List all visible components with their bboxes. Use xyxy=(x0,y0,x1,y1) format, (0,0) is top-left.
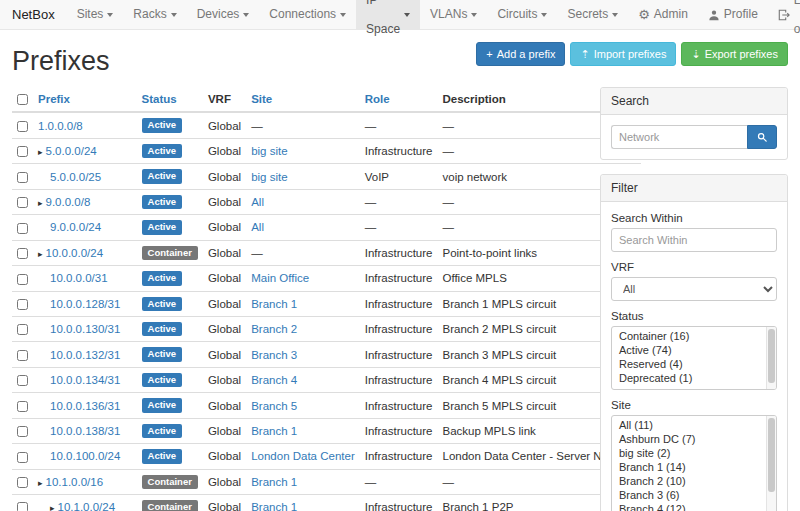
prefix-link[interactable]: 10.0.100.0/24 xyxy=(50,450,120,462)
site-link[interactable]: Branch 1 xyxy=(251,425,297,437)
prefix-link[interactable]: 10.1.0.0/24 xyxy=(58,501,116,511)
vrf-cell: Global xyxy=(203,495,246,511)
column-header-role[interactable]: Role xyxy=(360,87,438,112)
row-checkbox[interactable] xyxy=(17,299,28,310)
site-link[interactable]: Branch 5 xyxy=(251,400,297,412)
prefix-link[interactable]: 10.0.0.0/24 xyxy=(46,247,104,259)
add-prefix-button[interactable]: + Add a prefix xyxy=(476,42,565,66)
empty-dash: — xyxy=(251,247,263,259)
site-link[interactable]: London Data Center xyxy=(251,450,355,462)
row-checkbox[interactable] xyxy=(17,146,28,157)
prefix-link[interactable]: 10.0.0.128/31 xyxy=(50,298,120,310)
row-checkbox[interactable] xyxy=(17,502,28,511)
prefix-link[interactable]: 10.0.0.132/31 xyxy=(50,349,120,361)
nav-right: ⚙AdminProfileLog out xyxy=(628,0,800,29)
nav-item-vlans[interactable]: VLANs xyxy=(420,0,487,29)
filter-option[interactable]: Deprecated (1) xyxy=(612,371,764,385)
site-link[interactable]: Branch 4 xyxy=(251,374,297,386)
row-checkbox[interactable] xyxy=(17,248,28,259)
nav-item-profile[interactable]: Profile xyxy=(698,0,768,29)
row-checkbox[interactable] xyxy=(17,121,28,132)
prefix-link[interactable]: 10.0.0.136/31 xyxy=(50,400,120,412)
filter-option[interactable]: Container (16) xyxy=(612,329,764,343)
column-header-status[interactable]: Status xyxy=(137,87,203,112)
filter-option[interactable]: Reserved (4) xyxy=(612,357,764,371)
import-prefixes-button[interactable]: ⇡ Import prefixes xyxy=(570,42,676,66)
nav-item-ip-space[interactable]: IP Space xyxy=(356,0,420,29)
row-checkbox[interactable] xyxy=(17,401,28,412)
site-link[interactable]: Branch 1 xyxy=(251,501,297,511)
nav-item-racks[interactable]: Racks xyxy=(123,0,186,29)
vrf-cell: Global xyxy=(203,393,246,418)
nav-item-log-out[interactable]: Log out xyxy=(768,0,800,29)
filter-option[interactable]: Active (74) xyxy=(612,343,764,357)
scrollbar[interactable] xyxy=(766,416,776,511)
column-header-site[interactable]: Site xyxy=(246,87,360,112)
nav-item-admin[interactable]: ⚙Admin xyxy=(628,0,698,29)
row-checkbox[interactable] xyxy=(17,274,28,285)
nav-item-label: Circuits xyxy=(497,0,537,29)
filter-option[interactable]: All (11) xyxy=(612,418,764,432)
site-link[interactable]: big site xyxy=(251,145,287,157)
filter-option[interactable]: Branch 4 (12) xyxy=(612,502,764,511)
status-badge: Container xyxy=(142,475,198,489)
row-checkbox[interactable] xyxy=(17,452,28,463)
site-link[interactable]: big site xyxy=(251,171,287,183)
search-button[interactable] xyxy=(747,125,777,149)
prefix-link[interactable]: 9.0.0.0/8 xyxy=(46,196,91,208)
prefix-link[interactable]: 10.0.0.130/31 xyxy=(50,323,120,335)
prefix-link[interactable]: 10.0.0.134/31 xyxy=(50,374,120,386)
site-listbox[interactable]: All (11)Ashburn DC (7)big site (2)Branch… xyxy=(611,415,777,511)
nav-item-devices[interactable]: Devices xyxy=(187,0,260,29)
role-cell: Infrastructure xyxy=(360,266,438,291)
prefix-link[interactable]: 1.0.0.0/8 xyxy=(38,120,83,132)
prefix-link[interactable]: 10.0.0.138/31 xyxy=(50,425,120,437)
prefix-link[interactable]: 9.0.0.0/24 xyxy=(50,221,101,233)
row-checkbox[interactable] xyxy=(17,197,28,208)
nav-item-secrets[interactable]: Secrets xyxy=(557,0,628,29)
row-checkbox[interactable] xyxy=(17,426,28,437)
row-checkbox[interactable] xyxy=(17,350,28,361)
status-listbox[interactable]: Container (16)Active (74)Reserved (4)Dep… xyxy=(611,326,777,390)
vrf-select[interactable]: All xyxy=(611,277,777,301)
row-checkbox[interactable] xyxy=(17,223,28,234)
site-link[interactable]: Branch 1 xyxy=(251,298,297,310)
site-link[interactable]: Branch 2 xyxy=(251,323,297,335)
nav-item-label: IP Space xyxy=(366,0,400,44)
site-link[interactable]: All xyxy=(251,221,264,233)
filter-option[interactable]: Branch 1 (14) xyxy=(612,460,764,474)
nav-item-sites[interactable]: Sites xyxy=(67,0,124,29)
search-within-input[interactable] xyxy=(611,228,777,252)
site-link[interactable]: Branch 3 xyxy=(251,349,297,361)
site-link[interactable]: Main Office xyxy=(251,272,309,284)
nav-item-connections[interactable]: Connections xyxy=(259,0,356,29)
search-panel-title: Search xyxy=(601,88,787,115)
prefix-link[interactable]: 10.1.0.0/16 xyxy=(46,476,104,488)
nav-item-circuits[interactable]: Circuits xyxy=(487,0,557,29)
select-all-checkbox[interactable] xyxy=(17,94,28,105)
prefix-cell: 10.0.0.136/31 xyxy=(33,393,137,418)
export-prefixes-button[interactable]: ⇣ Export prefixes xyxy=(681,42,788,66)
scrollbar[interactable] xyxy=(766,327,776,389)
row-checkbox[interactable] xyxy=(17,477,28,488)
search-icon xyxy=(757,132,767,142)
site-link[interactable]: Branch 1 xyxy=(251,476,297,488)
search-input[interactable] xyxy=(611,125,747,149)
prefix-link[interactable]: 5.0.0.0/24 xyxy=(46,145,97,157)
filter-option[interactable]: Ashburn DC (7) xyxy=(612,432,764,446)
prefix-link[interactable]: 5.0.0.0/25 xyxy=(50,171,101,183)
row-checkbox[interactable] xyxy=(17,375,28,386)
filter-option[interactable]: Branch 2 (10) xyxy=(612,474,764,488)
filter-option[interactable]: big site (2) xyxy=(612,446,764,460)
prefix-link[interactable]: 10.0.0.0/31 xyxy=(50,272,108,284)
column-header-prefix[interactable]: Prefix xyxy=(33,87,137,112)
role-cell: Infrastructure xyxy=(360,444,438,469)
filter-option[interactable]: Branch 3 (6) xyxy=(612,488,764,502)
site-link[interactable]: All xyxy=(251,196,264,208)
table-row: ▸5.0.0.0/24ActiveGlobalbig siteInfrastru… xyxy=(12,138,641,163)
row-checkbox[interactable] xyxy=(17,172,28,183)
row-checkbox[interactable] xyxy=(17,324,28,335)
status-badge: Container xyxy=(142,500,198,511)
expand-caret-icon: ▸ xyxy=(50,503,55,511)
brand-logo[interactable]: NetBox xyxy=(0,0,67,29)
